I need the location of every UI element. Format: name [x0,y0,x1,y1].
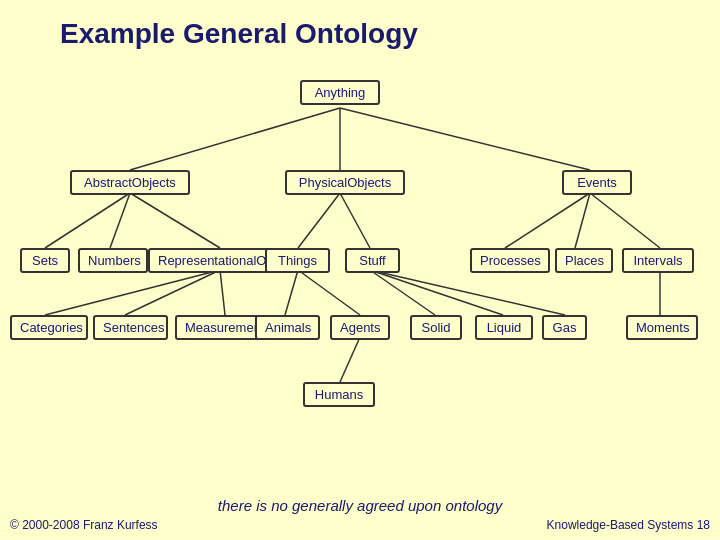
node-anything: Anything [300,80,380,105]
svg-line-2 [340,108,590,170]
svg-line-12 [125,270,220,315]
svg-line-10 [590,193,660,248]
svg-line-8 [505,193,590,248]
node-categories: Categories [10,315,88,340]
svg-line-0 [130,108,340,170]
svg-line-11 [45,270,220,315]
node-solid: Solid [410,315,462,340]
footer-italic: there is no generally agreed upon ontolo… [218,497,502,514]
node-liquid: Liquid [475,315,533,340]
node-gas: Gas [542,315,587,340]
node-processes: Processes [470,248,550,273]
footer: there is no generally agreed upon ontolo… [0,480,720,540]
svg-line-4 [110,193,130,248]
node-stuff: Stuff [345,248,400,273]
svg-line-5 [130,193,220,248]
node-sets: Sets [20,248,70,273]
node-sentences: Sentences [93,315,168,340]
node-physical-objects: PhysicalObjects [285,170,405,195]
node-things: Things [265,248,330,273]
node-moments: Moments [626,315,698,340]
footer-copyright: © 2000-2008 Franz Kurfess [10,518,158,532]
svg-line-17 [370,270,503,315]
node-animals: Animals [255,315,320,340]
svg-line-6 [298,193,340,248]
svg-line-9 [575,193,590,248]
svg-line-7 [340,193,370,248]
svg-line-13 [220,270,225,315]
node-places: Places [555,248,613,273]
node-numbers: Numbers [78,248,148,273]
svg-line-14 [285,270,298,315]
title: Example General Ontology [0,0,720,60]
svg-line-15 [298,270,360,315]
footer-right: Knowledge-Based Systems 18 [547,518,710,532]
node-intervals: Intervals [622,248,694,273]
svg-line-3 [45,193,130,248]
svg-line-18 [370,270,565,315]
node-events: Events [562,170,632,195]
svg-line-20 [340,337,360,382]
node-humans: Humans [303,382,375,407]
svg-line-16 [370,270,435,315]
node-abstract-objects: AbstractObjects [70,170,190,195]
node-agents: Agents [330,315,390,340]
